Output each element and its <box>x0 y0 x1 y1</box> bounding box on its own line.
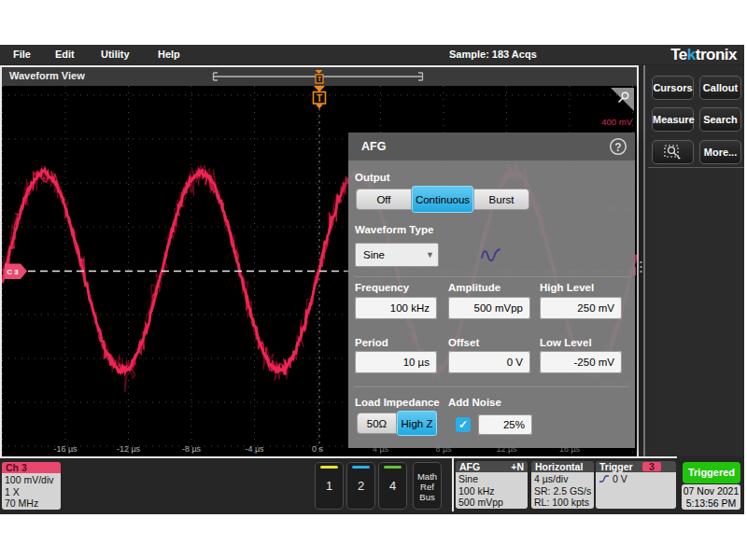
svg-text:T: T <box>317 75 322 83</box>
svg-text:C 3: C 3 <box>7 268 19 276</box>
svg-text:?: ? <box>614 141 621 154</box>
svg-text:-16 µs: -16 µs <box>53 444 78 454</box>
svg-text:-8 µs: -8 µs <box>182 444 202 454</box>
svg-text:0 s: 0 s <box>312 444 324 454</box>
svg-text:400 mV: 400 mV <box>601 117 632 127</box>
svg-text:T: T <box>317 93 322 104</box>
svg-text:-4 µs: -4 µs <box>245 444 264 454</box>
svg-text:-12 µs: -12 µs <box>117 444 141 454</box>
